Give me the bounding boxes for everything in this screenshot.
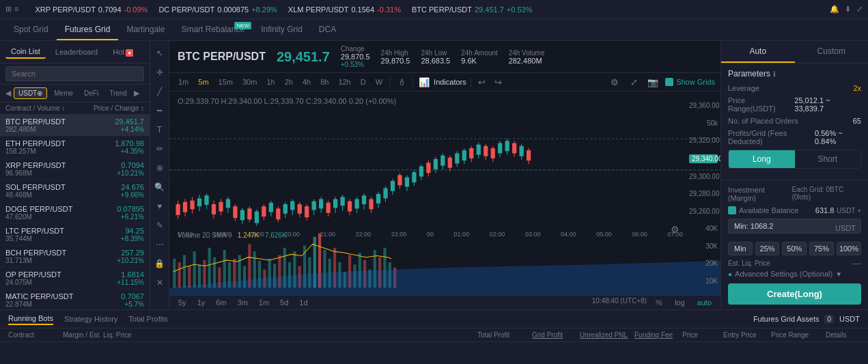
search-input[interactable] [5,66,144,81]
trend-line-icon[interactable]: ╱ [153,85,167,98]
measure-icon[interactable]: ⊕ [153,161,167,175]
sidebar-tab-leaderboard[interactable]: Leaderboard [50,46,103,58]
zoom-5y[interactable]: 5y [175,297,190,308]
pct-75[interactable]: 75% [809,242,834,255]
param-info-icon[interactable]: ℹ [773,70,776,78]
tf-1m[interactable]: 1m [175,76,192,87]
delete-drawing-icon[interactable]: ✕ [153,276,167,290]
zoom-3m[interactable]: 3m [234,297,251,308]
lock-icon[interactable]: 🔒 [153,257,167,270]
filter-defi[interactable]: DeFi [80,88,102,98]
contract-row-3[interactable]: SOL PERP/USDT 48.468M 24.676 +9.66% [0,180,150,202]
brush-icon[interactable]: ✏ [153,142,167,156]
ticker-item-2[interactable]: DC PERP/USDT 0.000875 +8.29% [158,5,277,14]
panel-tab-auto[interactable]: Auto [721,41,795,63]
th-funding-fee[interactable]: Funding Fee [634,331,682,339]
contract-row-0[interactable]: BTC PERP/USDT 282.480M 29,451.7 +4.14% [0,115,150,137]
ticker-item-1[interactable]: XRP PERP/USDT 0.7094 -0.09% [35,5,148,14]
balance-currency[interactable]: USDT + [837,207,861,214]
download-icon[interactable]: ⬇ [845,5,851,14]
advanced-settings-row[interactable]: ● Advanced Settings (Optional) ▼ [728,270,861,278]
text-icon[interactable]: T [153,123,167,137]
bot-tab-profits[interactable]: Total Profits [128,313,167,324]
tf-4h[interactable]: 4h [299,76,314,87]
pencil-icon[interactable]: ✎ [153,219,167,232]
tf-w[interactable]: W [372,76,386,87]
cursor-icon[interactable]: ↖ [153,46,167,60]
chart-settings-icon[interactable]: ⚙ [671,224,680,235]
show-grids-toggle[interactable]: Show Grids [665,78,715,86]
zoom-1d[interactable]: 1d [296,297,311,308]
tf-30m[interactable]: 30m [239,76,260,87]
redo-icon[interactable]: ↪ [492,75,505,89]
filter-left-arrow[interactable]: ◀ [5,89,11,98]
th-grid-profit[interactable]: Grid Profit [532,331,580,339]
contract-row-4[interactable]: DOGE PERP/USDT 47.620M 0.07895 +6.21% [0,202,150,224]
col-header-price[interactable]: Price / Change ↕ [89,104,144,112]
bot-tab-running[interactable]: Running Bots [8,313,53,325]
zoom-1y[interactable]: 1y [194,297,209,308]
zoom-icon[interactable]: 🔍 [153,180,167,194]
sidebar-tab-hot[interactable]: Hot● [107,46,139,58]
tf-d[interactable]: D [357,76,369,87]
tf-2h[interactable]: 2h [281,76,296,87]
sidebar-tab-coinlist[interactable]: Coin List [5,45,46,59]
tf-1h[interactable]: 1h [263,76,278,87]
notification-icon[interactable]: 🔔 [830,5,839,14]
contract-row-2[interactable]: XRP PERP/USDT 96.968M 0.7094 +10.21% [0,158,150,180]
tf-8h[interactable]: 8h [317,76,332,87]
filter-meme[interactable]: Meme [50,88,77,98]
tab-infinity-grid[interactable]: Infinity Grid [253,19,311,40]
log-toggle[interactable]: log [671,297,688,308]
heart-icon[interactable]: ♥ [153,199,167,213]
filter-trend[interactable]: Trend [105,88,131,98]
tf-15m[interactable]: 15m [215,76,236,87]
ticker-item-3[interactable]: XLM PERP/USDT 0.1564 -0.31% [288,5,401,14]
contract-row-7[interactable]: OP PERP/USDT 24.075M 1.6814 +11.15% [0,268,150,290]
tab-smart-rebalance[interactable]: Smart RebalanceNEW [173,19,253,40]
balance-checkbox[interactable] [728,206,736,214]
horizontal-line-icon[interactable]: ━ [153,104,167,117]
pct-toggle[interactable]: % [652,297,666,308]
zoom-6m[interactable]: 6m [212,297,229,308]
tab-martingale[interactable]: Martingale [118,19,173,40]
indicators-label[interactable]: Indicators [434,78,466,86]
contract-row-5[interactable]: LTC PERP/USDT 35.744M 94.25 +8.39% [0,224,150,246]
col-header-contract[interactable]: Contract / Volume ↕ [5,104,89,112]
contract-row-6[interactable]: BCH PERP/USDT 31.713M 257.29 +10.21% [0,246,150,268]
tf-5m[interactable]: 5m [195,76,212,87]
filter-right-arrow[interactable]: ▶ [134,89,139,98]
zoom-1m[interactable]: 1m [255,297,272,308]
tab-spot-grid[interactable]: Spot Grid [5,19,57,40]
show-grids-checkbox[interactable] [665,78,673,86]
bot-tab-strategy[interactable]: Strategy History [64,313,117,324]
camera-icon[interactable]: 📷 [646,75,660,89]
pct-50[interactable]: 50% [782,242,807,255]
chart-canvas[interactable]: O:29,339.70 H:29,340.00 L:29,339.70 C:29… [169,92,720,295]
settings-icon[interactable]: ⚙ [608,75,621,89]
pct-25[interactable]: 25% [755,242,780,255]
pct-100[interactable]: 100% [837,242,861,255]
th-unrealized-pnl[interactable]: Unrealized PNL [580,331,634,339]
auto-toggle[interactable]: auto [694,297,715,308]
contract-row-8[interactable]: MATIC PERP/USDT 22.874M 0.7067 +5.7% [0,290,150,309]
long-button[interactable]: Long [729,150,795,168]
filter-usdt[interactable]: USDT⊕ [14,87,47,99]
fullscreen-icon[interactable]: ⤢ [627,75,641,89]
create-long-button[interactable]: Create(Long) [728,283,861,305]
panel-tab-custom[interactable]: Custom [795,41,869,63]
tab-dca[interactable]: DCA [311,19,344,40]
tf-12h[interactable]: 12h [335,76,354,87]
candle-type-icon[interactable]: 🕯 [395,75,408,89]
zoom-5d[interactable]: 5d [277,297,292,308]
short-button[interactable]: Short [795,150,861,168]
crosshair-icon[interactable]: ✛ [153,66,167,79]
pct-min[interactable]: Min [728,242,753,255]
contract-row-1[interactable]: ETH PERP/USDT 158.257M 1,870.98 +4.35% [0,137,150,158]
expand-icon[interactable]: ⤢ [856,5,863,14]
tab-futures-grid[interactable]: Futures Grid [57,19,119,40]
ticker-item-4[interactable]: BTC PERP/USDT 29,451.7 +0.53% [412,5,532,14]
indicators-icon[interactable]: 📊 [417,75,431,89]
magic-icon[interactable]: ⋯ [153,238,167,251]
undo-icon[interactable]: ↩ [475,75,489,89]
